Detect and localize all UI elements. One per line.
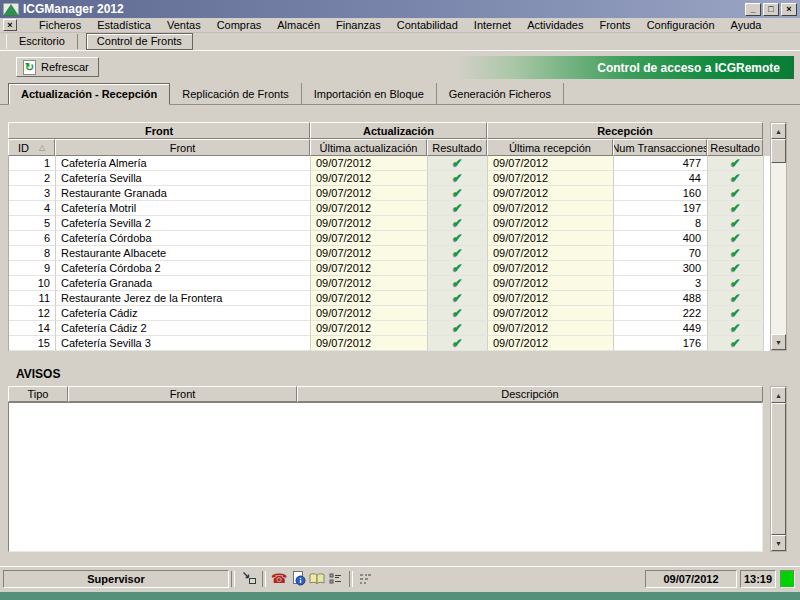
- column-header-label: Última recepción: [509, 142, 591, 154]
- table-row[interactable]: 1Cafetería Almería09/07/2012✔09/07/20124…: [9, 156, 787, 171]
- cell-num-transacciones: 8: [614, 216, 708, 231]
- column-header-resultado-2[interactable]: Resultado: [707, 139, 763, 156]
- cell-front: Cafetería Cádiz: [56, 306, 311, 321]
- column-header-front[interactable]: Front: [55, 139, 310, 156]
- menu-item-estadistica[interactable]: Estadística: [89, 19, 159, 31]
- avisos-column-header-tipo[interactable]: Tipo: [8, 386, 68, 402]
- menu-item-configuracion[interactable]: Configuración: [639, 19, 723, 31]
- book-icon[interactable]: [309, 571, 325, 587]
- cell-resultado-actualizacion: ✔: [428, 171, 488, 186]
- cell-front: Restaurante Jerez de la Frontera: [56, 291, 311, 306]
- minimize-button[interactable]: _: [745, 3, 761, 16]
- table-row[interactable]: 15Cafetería Sevilla 309/07/2012✔09/07/20…: [9, 336, 787, 351]
- table-row[interactable]: 14Cafetería Cádiz 209/07/2012✔09/07/2012…: [9, 321, 787, 336]
- column-header-label: Front: [170, 142, 196, 154]
- table-scrollbar[interactable]: ▲ ▼: [770, 122, 787, 351]
- menu-item-ficheros[interactable]: Ficheros: [31, 19, 89, 31]
- menu-item-fronts[interactable]: Fronts: [591, 19, 638, 31]
- cell-resultado-recepcion: ✔: [708, 246, 764, 261]
- info-document-icon[interactable]: [290, 571, 306, 587]
- result-ok-icon: ✔: [452, 217, 462, 229]
- table-row[interactable]: 9Cafetería Córdoba 209/07/2012✔09/07/201…: [9, 261, 787, 276]
- cell-num-transacciones: 3: [614, 276, 708, 291]
- statusbar-separator: [262, 571, 266, 587]
- result-ok-icon: ✔: [730, 307, 740, 319]
- connection-icon[interactable]: [241, 571, 257, 587]
- list-icon[interactable]: [328, 571, 344, 587]
- result-ok-icon: ✔: [452, 232, 462, 244]
- cell-resultado-actualizacion: ✔: [428, 201, 488, 216]
- cell-resultado-actualizacion: ✔: [428, 156, 488, 171]
- view-tab-bar: Actualización - RecepciónReplicación de …: [0, 83, 800, 105]
- cell-front: Cafetería Sevilla 3: [56, 336, 311, 351]
- table-scroll-thumb[interactable]: [771, 139, 786, 163]
- close-button[interactable]: ×: [781, 3, 797, 16]
- table-column-header-row: ID△FrontÚltima actualizaciónResultadoÚlt…: [8, 139, 787, 156]
- column-header-id[interactable]: ID△: [8, 139, 55, 156]
- menu-item-internet[interactable]: Internet: [466, 19, 519, 31]
- column-header-num-transacciones[interactable]: Num Transacciones: [613, 139, 707, 156]
- avisos-title: AVISOS: [16, 367, 60, 381]
- menu-item-ayuda[interactable]: Ayuda: [723, 19, 770, 31]
- cell-front: Cafetería Cádiz 2: [56, 321, 311, 336]
- result-ok-icon: ✔: [730, 202, 740, 214]
- avisos-column-header-front[interactable]: Front: [68, 386, 297, 402]
- bottom-strip: [0, 590, 800, 600]
- avisos-scroll-thumb[interactable]: [771, 403, 786, 535]
- view-tab-actualizacion-recepcion[interactable]: Actualización - Recepción: [8, 83, 170, 105]
- table-row[interactable]: 4Cafetería Motril09/07/2012✔09/07/201219…: [9, 201, 787, 216]
- cell-ultima-recepcion: 09/07/2012: [488, 171, 614, 186]
- column-header-ultima-recepcion[interactable]: Última recepción: [487, 139, 613, 156]
- cell-front: Cafetería Córdoba 2: [56, 261, 311, 276]
- result-ok-icon: ✔: [730, 262, 740, 274]
- avisos-scrollbar[interactable]: ▲ ▼: [770, 386, 787, 552]
- table-row[interactable]: 8Restaurante Albacete09/07/2012✔09/07/20…: [9, 246, 787, 261]
- outline-list-icon[interactable]: [358, 571, 374, 587]
- avisos-scroll-down-button[interactable]: ▼: [771, 535, 786, 551]
- view-tab-replicacion-de-fronts[interactable]: Replicación de Fronts: [170, 83, 301, 104]
- result-ok-icon: ✔: [730, 217, 740, 229]
- cell-front: Cafetería Granada: [56, 276, 311, 291]
- view-tab-generacion-ficheros[interactable]: Generación Ficheros: [437, 83, 564, 104]
- phone-icon[interactable]: ☎: [271, 571, 287, 587]
- cell-resultado-actualizacion: ✔: [428, 231, 488, 246]
- table-row[interactable]: 5Cafetería Sevilla 209/07/2012✔09/07/201…: [9, 216, 787, 231]
- menu-item-contabilidad[interactable]: Contabilidad: [389, 19, 466, 31]
- table-row[interactable]: 6Cafetería Córdoba09/07/2012✔09/07/20124…: [9, 231, 787, 246]
- table-row[interactable]: 12Cafetería Cádiz09/07/2012✔09/07/201222…: [9, 306, 787, 321]
- page-tab-escritorio[interactable]: Escritorio: [6, 34, 78, 49]
- avisos-scroll-up-button[interactable]: ▲: [771, 387, 786, 403]
- title-bar[interactable]: ICGManager 2012 _ □ ×: [0, 0, 800, 18]
- column-header-ultima-actualizacion[interactable]: Última actualización: [310, 139, 427, 156]
- menu-item-compras[interactable]: Compras: [209, 19, 270, 31]
- cell-resultado-actualizacion: ✔: [428, 246, 488, 261]
- refresh-button[interactable]: ↻ Refrescar: [16, 57, 99, 77]
- cell-resultado-actualizacion: ✔: [428, 216, 488, 231]
- cell-ultima-actualizacion: 09/07/2012: [311, 231, 428, 246]
- menu-item-finanzas[interactable]: Finanzas: [328, 19, 389, 31]
- cell-ultima-actualizacion: 09/07/2012: [311, 291, 428, 306]
- view-tab-importacion-en-bloque[interactable]: Importación en Bloque: [302, 83, 437, 104]
- result-ok-icon: ✔: [452, 322, 462, 334]
- banner-text: Control de acceso a ICGRemote: [597, 61, 780, 75]
- cell-num-transacciones: 449: [614, 321, 708, 336]
- table-scroll-up-button[interactable]: ▲: [771, 123, 786, 139]
- table-row[interactable]: 11Restaurante Jerez de la Frontera09/07/…: [9, 291, 787, 306]
- table-row[interactable]: 10Cafetería Granada09/07/2012✔09/07/2012…: [9, 276, 787, 291]
- cell-ultima-actualizacion: 09/07/2012: [311, 201, 428, 216]
- restore-button[interactable]: □: [763, 3, 779, 16]
- menu-item-almacen[interactable]: Almacén: [269, 19, 328, 31]
- page-tab-control-de-fronts[interactable]: Control de Fronts: [86, 33, 193, 50]
- cell-num-transacciones: 222: [614, 306, 708, 321]
- avisos-column-header-descripcion[interactable]: Descripción: [297, 386, 763, 402]
- column-header-resultado[interactable]: Resultado: [427, 139, 487, 156]
- table-row[interactable]: 2Cafetería Sevilla09/07/2012✔09/07/20124…: [9, 171, 787, 186]
- close-child-icon[interactable]: ×: [3, 19, 17, 31]
- table-scroll-down-button[interactable]: ▼: [771, 334, 786, 350]
- menu-item-actividades[interactable]: Actividades: [519, 19, 591, 31]
- cell-id: 4: [9, 201, 56, 216]
- cell-ultima-actualizacion: 09/07/2012: [311, 321, 428, 336]
- cell-resultado-recepcion: ✔: [708, 216, 764, 231]
- menu-item-ventas[interactable]: Ventas: [159, 19, 209, 31]
- table-row[interactable]: 3Restaurante Granada09/07/2012✔09/07/201…: [9, 186, 787, 201]
